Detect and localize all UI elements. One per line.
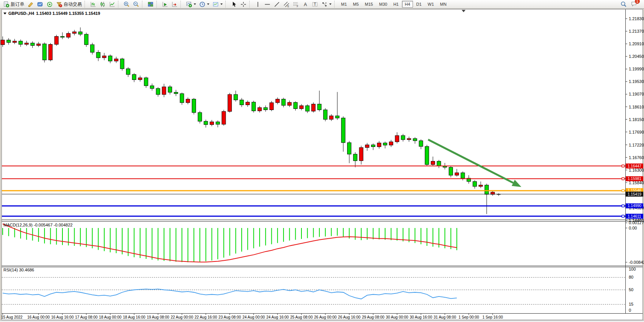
chart-menu-triangle-icon[interactable] [3,13,6,14]
profiles-icon [37,1,43,8]
svg-text:25 Aug 08:00: 25 Aug 08:00 [290,315,313,319]
indicators-icon [186,1,192,8]
chevron-down-icon [207,3,209,5]
status-bar [0,320,644,322]
zoom-out-icon [133,1,139,8]
tf-button-m15[interactable]: M15 [362,1,376,8]
auto-scroll-button[interactable] [160,0,170,8]
svg-text:-0.008437: -0.008437 [629,260,644,265]
svg-text:1.15981: 1.15981 [628,177,642,181]
new-order-icon [3,1,10,8]
line-chart-button[interactable] [107,0,117,8]
svg-text:0: 0 [629,308,631,312]
profiles-button[interactable] [35,0,45,8]
tf-button-d1[interactable]: D1 [414,1,424,8]
autotrading-button[interactable]: 自动交易 [54,0,83,8]
zoom-out-button[interactable] [131,0,141,8]
svg-text:31 Aug 08:00: 31 Aug 08:00 [434,315,456,319]
bar-chart-button[interactable] [88,0,98,8]
svg-text:T: T [314,2,316,6]
candlestick-chart-button[interactable] [98,0,107,8]
vertical-line-button[interactable] [253,0,263,8]
periods-button[interactable] [198,0,211,8]
svg-text:18 Aug 00:00: 18 Aug 00:00 [99,315,121,319]
macd-indicator-label: MACD(12,26,9) -0.005467 -0.004822 [3,223,73,227]
svg-text:1.15419: 1.15419 [628,192,642,196]
clock-icon [199,1,206,8]
chart-shift-icon [171,1,178,8]
zoom-in-button[interactable] [122,0,131,8]
autotrading-label: 自动交易 [64,1,82,8]
crayon-button[interactable] [26,0,35,8]
line-handle[interactable] [622,178,624,180]
svg-text:0.001274: 0.001274 [629,220,644,225]
chart-canvas[interactable]: 1.218301.213701.209101.204501.199901.195… [0,0,644,322]
notification-badge: 1 [635,0,640,4]
svg-text:1.18150: 1.18150 [629,117,644,122]
chart-symbol-period: GBPUSD-,H4 [8,11,34,16]
svg-text:1 Sep 16:00: 1 Sep 16:00 [482,315,503,319]
tf-button-w1[interactable]: W1 [425,1,437,8]
tf-button-m30[interactable]: M30 [376,1,390,8]
fibonacci-button[interactable]: F [291,0,301,8]
text-label-button[interactable]: T [310,0,320,8]
tf-button-mn[interactable]: MN [437,1,449,8]
tf-button-m5[interactable]: M5 [350,1,361,8]
svg-text:1.16760: 1.16760 [629,155,644,160]
vertical-line-icon [255,1,261,8]
trendline-button[interactable] [272,0,282,8]
svg-text:1.16447: 1.16447 [628,164,642,168]
horizontal-line-button[interactable] [263,0,272,8]
crosshair-icon [240,1,247,8]
chat-button[interactable]: 1 [631,0,637,8]
svg-text:50: 50 [629,287,633,292]
svg-text:1.17220: 1.17220 [629,143,644,147]
toolbar-separator [334,1,337,8]
crosshair-button[interactable] [239,0,248,8]
line-handle[interactable] [622,190,624,192]
new-order-label: 新订单 [11,1,24,8]
svg-text:26 Aug 00:00: 26 Aug 00:00 [314,315,336,319]
svg-text:100: 100 [629,267,636,271]
template-icon [212,1,219,8]
text-icon: A [302,1,309,8]
templates-button[interactable] [211,0,224,8]
tf-button-m1[interactable]: M1 [338,1,349,8]
svg-text:23 Aug 08:00: 23 Aug 08:00 [218,315,241,319]
tile-windows-button[interactable] [146,0,155,8]
svg-text:E: E [287,5,289,7]
tf-button-h4[interactable]: H4 [402,1,413,8]
text-tool-button[interactable]: A [301,0,310,8]
indicators-button[interactable] [184,0,198,8]
toolbar: 新订单 自动交易 [0,0,644,9]
search-icon[interactable] [620,1,627,8]
cursor-button[interactable] [229,0,239,8]
line-handle[interactable] [622,165,624,167]
signal-icon [46,1,53,8]
toolbar-separator [156,1,159,8]
svg-text:30 Aug 00:00: 30 Aug 00:00 [386,315,408,319]
chart-shift-button[interactable] [170,0,179,8]
toolbar-separator [142,1,145,8]
toolbar-separator [249,1,252,8]
signal-button[interactable] [45,0,54,8]
svg-text:18 Aug 16:00: 18 Aug 16:00 [123,315,145,319]
chart-ohlc-quotes: 1.15403 1.15449 1.15355 1.15419 [36,11,100,16]
line-handle[interactable] [622,215,624,217]
horizontal-line-icon [264,1,271,8]
svg-text:1.20450: 1.20450 [629,54,644,59]
line-handle[interactable] [622,205,624,207]
svg-text:16 Aug 16:00: 16 Aug 16:00 [51,315,74,319]
text-label-icon: T [312,1,318,8]
toolbar-separator [84,1,87,8]
equidistant-channel-button[interactable]: E [282,0,291,8]
toolbar-separator [118,1,121,8]
line-chart-icon [109,1,115,8]
svg-text:1.21370: 1.21370 [629,29,644,33]
svg-text:1.14611: 1.14611 [628,214,641,218]
svg-text:24 Aug 16:00: 24 Aug 16:00 [266,315,289,319]
new-order-button[interactable]: 新订单 [2,0,26,8]
tf-button-h1[interactable]: H1 [391,1,401,8]
svg-text:17 Aug 08:00: 17 Aug 08:00 [75,315,97,319]
arrows-tool-button[interactable] [320,0,333,8]
